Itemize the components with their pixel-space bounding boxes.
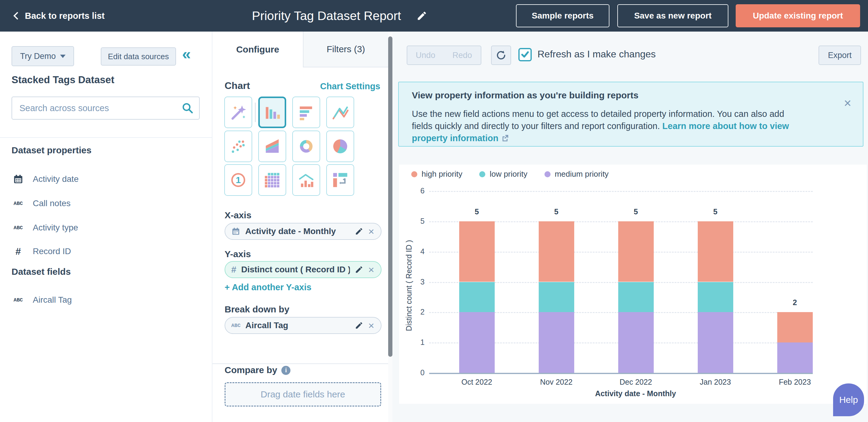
banner-title: View property information as you're buil… [412, 90, 639, 100]
bar-segment-high-priority[interactable] [777, 312, 813, 342]
x-category-label: Jan 2023 [685, 378, 746, 387]
remove-x-axis-icon[interactable]: × [368, 226, 374, 237]
property-item-activity-type[interactable]: ABC Activity type [11, 219, 200, 236]
area-chart-icon [264, 138, 281, 155]
calendar-icon [231, 227, 240, 236]
text-type-icon: ABC [11, 225, 25, 231]
top-bar: Back to reports list Priority Tag Datase… [0, 0, 868, 32]
y-axis-chip-label: Distinct count ( Record ID ) [241, 265, 350, 274]
x-axis-label: X-axis [225, 210, 251, 220]
edit-pencil-icon[interactable] [355, 265, 363, 274]
y-tick-label: 4 [399, 247, 425, 256]
x-category-label: Feb 2023 [765, 378, 825, 387]
edit-title-pencil-icon[interactable] [416, 10, 427, 21]
add-y-axis-label: Add another Y-axis [232, 282, 311, 292]
compare-by-label: Compare byi [225, 365, 290, 375]
chart-type-pivot[interactable] [326, 164, 354, 196]
bar-chart-icon [298, 103, 315, 121]
property-item-call-notes[interactable]: ABC Call notes [11, 195, 200, 212]
bar-segment-medium-priority[interactable] [539, 312, 574, 373]
collapse-sidebar-icon[interactable]: « [182, 45, 191, 63]
search-icon[interactable] [182, 102, 194, 114]
sample-reports-button[interactable]: Sample reports [516, 4, 610, 27]
sidebar-divider [0, 137, 212, 138]
update-existing-report-button[interactable]: Update existing report [736, 4, 860, 27]
export-button[interactable]: Export [818, 46, 861, 65]
chart-type-table[interactable] [258, 164, 286, 196]
undo-button[interactable]: Undo [407, 46, 444, 65]
chart-type-scatter[interactable] [224, 130, 252, 162]
info-icon[interactable]: i [281, 366, 290, 375]
bar-segment-high-priority[interactable] [618, 221, 654, 282]
try-demo-dropdown[interactable]: Try Demo [11, 46, 74, 66]
refresh-button[interactable] [491, 46, 511, 65]
magic-wand-icon [229, 103, 248, 122]
field-label: Aircall Tag [33, 295, 72, 305]
help-button[interactable]: Help [833, 384, 864, 416]
break-down-chip[interactable]: ABC Aircall Tag × [225, 317, 381, 334]
x-axis-title: Activity date - Monthly [545, 389, 726, 398]
report-preview-area: Undo Redo Refresh as I make changes Expo… [393, 32, 868, 422]
refresh-checkbox[interactable] [518, 48, 532, 61]
bar-segment-medium-priority[interactable] [459, 312, 495, 373]
external-link-icon [501, 134, 509, 142]
y-axis-chip[interactable]: # Distinct count ( Record ID ) × [225, 261, 381, 278]
field-item-aircall-tag[interactable]: ABC Aircall Tag [11, 292, 200, 308]
dropzone-placeholder: Drag date fields here [261, 389, 345, 399]
bar-segment-medium-priority[interactable] [698, 312, 733, 373]
checkmark-icon [521, 50, 530, 59]
property-item-record-id[interactable]: # Record ID [11, 243, 200, 260]
bar-segment-high-priority[interactable] [459, 221, 495, 282]
dataset-fields-heading: Dataset fields [11, 267, 71, 277]
property-item-activity-date[interactable]: Activity date [11, 171, 200, 188]
y-tick-label: 0 [399, 368, 425, 377]
chart-type-area[interactable] [258, 130, 286, 162]
search-input[interactable] [11, 96, 200, 120]
chart-settings-link[interactable]: Chart Settings [320, 81, 380, 91]
chart-type-ai-suggested[interactable] [224, 96, 252, 128]
edit-data-sources-button[interactable]: Edit data sources [101, 48, 176, 66]
redo-button[interactable]: Redo [444, 46, 482, 65]
remove-breakdown-icon[interactable]: × [368, 320, 374, 331]
property-label: Call notes [33, 199, 71, 208]
x-axis-chip[interactable]: Activity date - Monthly × [225, 223, 381, 240]
edit-pencil-icon[interactable] [355, 321, 363, 330]
bar-total-label: 5 [624, 207, 648, 216]
bar-segment-low-priority[interactable] [618, 282, 654, 312]
bar-segment-medium-priority[interactable] [618, 312, 654, 373]
bar-segment-high-priority[interactable] [539, 221, 574, 282]
config-scrollbar-thumb[interactable] [388, 36, 393, 357]
back-to-reports-link[interactable]: Back to reports list [14, 0, 105, 32]
bar-segment-medium-priority[interactable] [777, 342, 813, 373]
tab-configure[interactable]: Configure [212, 32, 303, 67]
combo-chart-icon [298, 171, 315, 189]
config-scrollbar-track[interactable] [388, 32, 393, 422]
try-demo-label: Try Demo [20, 52, 56, 61]
add-another-y-axis-link[interactable]: + Add another Y-axis [225, 282, 311, 292]
edit-pencil-icon[interactable] [355, 227, 363, 236]
remove-y-axis-icon[interactable]: × [368, 265, 374, 275]
refresh-checkbox-label[interactable]: Refresh as I make changes [537, 49, 656, 60]
chart-type-bar[interactable] [292, 96, 320, 128]
compare-by-dropzone[interactable]: Drag date fields here [225, 382, 381, 406]
save-as-new-report-button[interactable]: Save as new report [617, 4, 728, 27]
chart-type-kpi-number[interactable]: 1 [224, 164, 252, 196]
bar-segment-high-priority[interactable] [698, 221, 733, 282]
bar-segment-low-priority[interactable] [539, 282, 574, 312]
break-down-by-label: Break down by [225, 304, 289, 314]
chart-type-line[interactable] [326, 96, 354, 128]
break-down-chip-label: Aircall Tag [246, 321, 350, 330]
property-label: Activity date [33, 174, 79, 184]
tab-filters[interactable]: Filters (3) [303, 32, 388, 67]
y-tick-label: 2 [399, 307, 425, 316]
chart-type-column[interactable] [258, 96, 286, 128]
pivot-table-icon [332, 171, 349, 189]
banner-close-icon[interactable]: × [844, 97, 851, 110]
bar-segment-low-priority[interactable] [459, 282, 495, 312]
bar-segment-low-priority[interactable] [698, 282, 733, 312]
bar-total-label: 5 [465, 207, 489, 216]
chart-type-donut[interactable] [292, 130, 320, 162]
property-label: Activity type [33, 223, 78, 233]
chart-type-pie[interactable] [326, 130, 354, 162]
chart-type-combo[interactable] [292, 164, 320, 196]
